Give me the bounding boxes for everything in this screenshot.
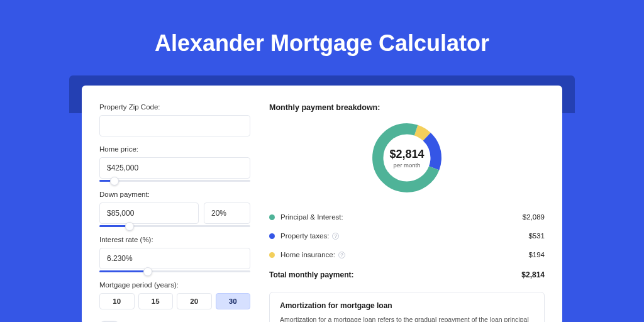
- total-row: Total monthly payment: $2,814: [269, 264, 545, 288]
- rate-slider-fill: [99, 270, 148, 272]
- donut-chart: $2,814 per month: [369, 119, 445, 196]
- donut-sub: per month: [394, 162, 421, 169]
- form-panel: Property Zip Code: Home price: Down paym…: [99, 103, 250, 322]
- breakdown-row-0: Principal & Interest:$2,089: [269, 208, 545, 226]
- zip-input[interactable]: [99, 115, 250, 136]
- amortization-body: Amortization for a mortgage loan refers …: [280, 315, 534, 322]
- total-value: $2,814: [521, 270, 545, 279]
- total-label: Total monthly payment:: [269, 270, 353, 279]
- down-percent-input[interactable]: [204, 203, 250, 224]
- rate-slider[interactable]: [99, 270, 250, 272]
- breakdown-panel: Monthly payment breakdown: $2,814 per mo…: [269, 103, 545, 322]
- period-btn-15[interactable]: 15: [138, 293, 174, 309]
- legend-dot-icon: [269, 233, 275, 239]
- breakdown-row-2: Home insurance:?$194: [269, 245, 545, 264]
- rate-label: Interest rate (%):: [99, 236, 250, 243]
- breakdown-row-1: Property taxes:?$531: [269, 226, 545, 245]
- rate-slider-thumb[interactable]: [143, 267, 152, 276]
- field-interest-rate: Interest rate (%):: [99, 236, 250, 272]
- price-label: Home price:: [99, 145, 250, 153]
- donut-amount: $2,814: [389, 148, 424, 161]
- calculator-card: Property Zip Code: Home price: Down paym…: [82, 86, 562, 322]
- breakdown-value: $2,089: [523, 213, 545, 221]
- breakdown-list: Principal & Interest:$2,089Property taxe…: [269, 208, 545, 264]
- down-slider[interactable]: [99, 225, 250, 227]
- price-slider-thumb[interactable]: [110, 177, 119, 186]
- period-btn-20[interactable]: 20: [177, 293, 212, 309]
- down-label: Down payment:: [99, 191, 250, 198]
- rate-input[interactable]: [99, 248, 250, 269]
- field-mortgage-period: Mortgage period (years): 10152030: [99, 281, 250, 309]
- info-icon[interactable]: ?: [332, 233, 339, 240]
- donut-center: $2,814 per month: [369, 119, 445, 196]
- zip-label: Property Zip Code:: [99, 103, 250, 111]
- field-down-payment: Down payment:: [99, 191, 250, 227]
- period-label: Mortgage period (years):: [99, 281, 250, 289]
- breakdown-label: Home insurance:?: [280, 251, 345, 258]
- period-btn-10[interactable]: 10: [99, 293, 135, 309]
- amortization-title: Amortization for mortgage loan: [280, 301, 534, 310]
- legend-dot-icon: [269, 252, 275, 258]
- page-title: Alexander Mortgage Calculator: [82, 30, 562, 57]
- price-input[interactable]: [99, 157, 250, 179]
- info-icon[interactable]: ?: [338, 252, 345, 258]
- legend-dot-icon: [269, 214, 275, 220]
- field-home-price: Home price:: [99, 145, 250, 182]
- period-group: 10152030: [99, 293, 250, 309]
- amortization-box: Amortization for mortgage loan Amortizat…: [269, 292, 545, 322]
- down-slider-thumb[interactable]: [125, 222, 134, 231]
- breakdown-label: Principal & Interest:: [280, 213, 343, 221]
- breakdown-label: Property taxes:?: [280, 232, 339, 240]
- breakdown-value: $531: [528, 232, 545, 240]
- price-slider[interactable]: [99, 180, 250, 182]
- down-amount-input[interactable]: [99, 203, 199, 224]
- field-zip: Property Zip Code:: [99, 103, 250, 136]
- breakdown-value: $194: [528, 251, 545, 258]
- period-btn-30[interactable]: 30: [216, 293, 251, 309]
- breakdown-header: Monthly payment breakdown:: [269, 103, 545, 112]
